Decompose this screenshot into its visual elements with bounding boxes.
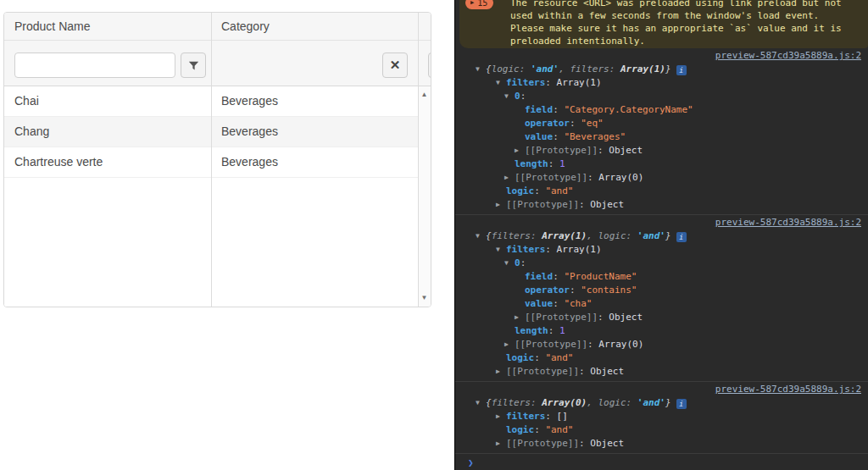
source-link-row: preview-587cd39a5889a.js:2 bbox=[455, 49, 868, 63]
token-pln: : bbox=[545, 77, 556, 88]
column-header-category[interactable]: Category bbox=[211, 13, 418, 41]
token-key: operator bbox=[525, 285, 570, 296]
token-key: logic bbox=[506, 352, 534, 363]
source-link[interactable]: preview-587cd39a5889a.js:2 bbox=[715, 384, 861, 395]
token-ppl: : bbox=[626, 397, 637, 408]
expand-arrow-icon[interactable]: ▶ bbox=[496, 198, 506, 212]
products-grid: Product Name Category Beverages ▼ ✕ bbox=[3, 12, 431, 307]
console-line: ▼filters: Array(1) bbox=[455, 76, 868, 90]
token-pln: : bbox=[587, 339, 598, 350]
cell-category: Beverages bbox=[211, 117, 418, 147]
column-divider bbox=[418, 13, 419, 307]
token-str: "cha" bbox=[564, 298, 592, 309]
token-val: Array(0) bbox=[598, 172, 643, 183]
token-pln: : bbox=[534, 352, 545, 363]
expand-arrow-icon[interactable]: ▶ bbox=[504, 171, 515, 185]
warning-line: used within a few seconds from the windo… bbox=[510, 9, 861, 22]
token-val: Object bbox=[590, 366, 624, 377]
warning-count: 15 bbox=[477, 0, 487, 9]
token-ppl: : bbox=[626, 230, 637, 241]
token-pkey: filters bbox=[492, 230, 531, 241]
token-pbr: } bbox=[665, 64, 671, 75]
expand-arrow-icon[interactable]: ▶ bbox=[504, 338, 515, 351]
grid-header: Product Name Category Beverages ▼ ✕ bbox=[4, 13, 431, 86]
token-pln: : bbox=[534, 424, 545, 435]
grid-scrollbar[interactable]: ▲ ▼ bbox=[418, 86, 431, 307]
source-link[interactable]: preview-587cd39a5889a.js:2 bbox=[715, 50, 861, 61]
token-key: length bbox=[515, 325, 548, 336]
token-pln: : bbox=[534, 185, 545, 196]
expand-arrow-icon[interactable]: ▼ bbox=[476, 63, 486, 76]
warning-count-badge[interactable]: ▶ 15 bbox=[465, 0, 493, 9]
console-line: ▶[[Prototype]]: Array(0) bbox=[455, 338, 868, 351]
expand-arrow-icon[interactable]: ▶ bbox=[515, 144, 525, 158]
token-pln: : bbox=[545, 411, 556, 422]
expand-arrow-icon[interactable]: ▼ bbox=[504, 257, 515, 270]
token-pln: : bbox=[579, 199, 590, 210]
scroll-down-icon[interactable]: ▼ bbox=[418, 292, 431, 304]
page-panel: Product Name Category Beverages ▼ ✕ bbox=[0, 0, 454, 470]
token-key: value bbox=[525, 131, 553, 142]
token-key: value bbox=[525, 298, 553, 309]
product-name-filter-input[interactable] bbox=[14, 53, 175, 78]
expand-arrow-icon[interactable]: ▼ bbox=[496, 76, 506, 90]
token-val: Array(1) bbox=[557, 77, 602, 88]
cell-category: Beverages bbox=[211, 147, 418, 177]
token-pbr: } bbox=[665, 397, 671, 408]
token-pln: : bbox=[548, 325, 559, 336]
token-proto: [[Prototype]] bbox=[525, 145, 598, 156]
expand-arrow-icon[interactable]: ▼ bbox=[504, 90, 515, 103]
clear-filter-button[interactable]: ✕ bbox=[382, 53, 408, 78]
devtools-console-panel: ▶ 15 The resource <URL> was preloaded us… bbox=[454, 0, 868, 470]
source-link[interactable]: preview-587cd39a5889a.js:2 bbox=[715, 217, 861, 228]
info-icon[interactable]: i bbox=[676, 399, 687, 409]
token-str: "Category.CategoryName" bbox=[564, 104, 693, 115]
token-pkey: filters bbox=[570, 64, 609, 75]
cell-category: Beverages bbox=[211, 86, 418, 116]
token-proto: [[Prototype]] bbox=[506, 366, 579, 377]
console-line: value: "cha" bbox=[455, 297, 868, 311]
token-val: Object bbox=[609, 145, 643, 156]
token-str: "contains" bbox=[581, 285, 637, 296]
token-pln: : bbox=[553, 131, 564, 142]
console-line: length: 1 bbox=[455, 324, 868, 338]
token-key: filters bbox=[506, 77, 545, 88]
expand-arrow-icon[interactable]: ▼ bbox=[476, 229, 486, 243]
token-key: filters bbox=[506, 411, 545, 422]
console-line: logic: "and" bbox=[455, 351, 868, 365]
token-pln: : bbox=[598, 312, 609, 323]
console-line: ▶[[Prototype]]: Object bbox=[455, 365, 868, 379]
token-pln: : bbox=[579, 366, 590, 377]
expand-arrow-icon[interactable]: ▼ bbox=[496, 243, 506, 257]
console-entry: preview-587cd39a5889a.js:2▼{filters: Arr… bbox=[455, 215, 868, 382]
filter-button[interactable] bbox=[181, 53, 206, 78]
token-ppl: , bbox=[587, 397, 598, 408]
token-pbr: { bbox=[486, 397, 492, 408]
console-line: ▼{filters: Array(1), logic: 'and'}i bbox=[455, 229, 868, 243]
token-pln: : bbox=[553, 104, 564, 115]
console-prompt[interactable]: ❯ bbox=[455, 454, 868, 469]
scroll-up-icon[interactable]: ▲ bbox=[418, 89, 431, 101]
info-icon[interactable]: i bbox=[676, 65, 687, 75]
expand-arrow-icon[interactable]: ▶ bbox=[496, 410, 506, 423]
expand-arrow-icon[interactable]: ▼ bbox=[476, 396, 486, 410]
token-key: filters bbox=[506, 244, 545, 255]
expand-arrow-icon: ▶ bbox=[470, 0, 474, 9]
warning-line: The resource <URL> was preloaded using l… bbox=[510, 0, 861, 9]
token-key: length bbox=[515, 158, 548, 169]
category-filter-dropdown[interactable]: Beverages ▼ bbox=[428, 53, 431, 78]
source-link-row: preview-587cd39a5889a.js:2 bbox=[455, 216, 868, 229]
token-proto: [[Prototype]] bbox=[506, 199, 579, 210]
console-line: ▶[[Prototype]]: Array(0) bbox=[455, 171, 868, 185]
info-icon[interactable]: i bbox=[676, 232, 687, 242]
expand-arrow-icon[interactable]: ▶ bbox=[496, 437, 506, 451]
expand-arrow-icon[interactable]: ▶ bbox=[496, 365, 506, 379]
token-pkey: logic bbox=[598, 230, 626, 241]
token-pkey: logic bbox=[598, 397, 626, 408]
token-pval: Array(0) bbox=[542, 397, 587, 408]
expand-arrow-icon[interactable]: ▶ bbox=[515, 311, 525, 324]
console-entries: preview-587cd39a5889a.js:2▼{logic: 'and'… bbox=[455, 48, 868, 469]
token-val: Object bbox=[590, 438, 624, 449]
token-ppl: , bbox=[587, 230, 598, 241]
column-header-product-name[interactable]: Product Name bbox=[4, 13, 211, 41]
